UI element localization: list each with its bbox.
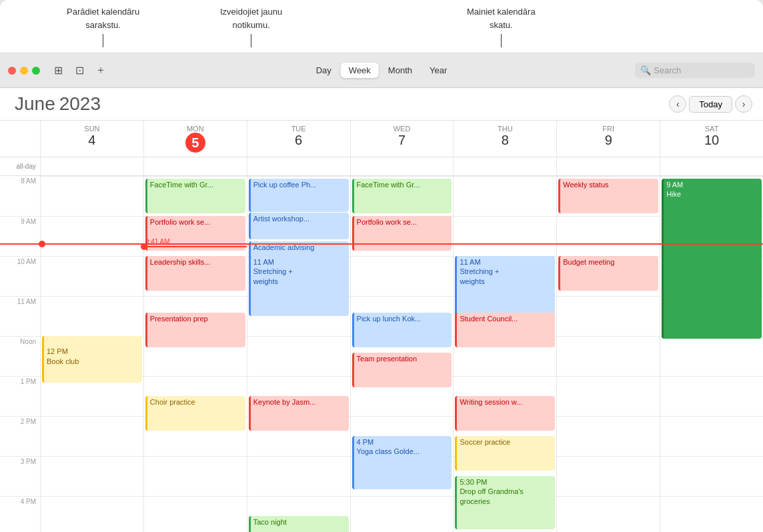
event-presentation-prep[interactable]: Presentation prep bbox=[145, 313, 245, 347]
event-stretching-thu[interactable]: 11 AM Stretching + weights bbox=[455, 256, 555, 316]
month-title: June2023 bbox=[11, 93, 101, 115]
prev-button[interactable]: ‹ bbox=[669, 95, 686, 113]
event-weekly-status[interactable]: Weekly status bbox=[558, 179, 658, 213]
time-column: 8 AM 9 AM 10 AM 11 AM Noon 1 PM 2 PM 3 P… bbox=[0, 176, 40, 532]
time-noon: Noon bbox=[0, 336, 40, 376]
allday-fri bbox=[556, 157, 660, 175]
inbox-icon[interactable]: ⊡ bbox=[72, 63, 87, 78]
calendar-header: June2023 ‹ Today › bbox=[0, 88, 763, 121]
time-9am: 9 AM bbox=[0, 216, 40, 256]
search-placeholder: Search bbox=[654, 65, 681, 75]
event-budget-meeting[interactable]: Budget meeting bbox=[558, 256, 658, 291]
day-header-tue: Tue 6 bbox=[247, 121, 350, 157]
event-pickup-coffee[interactable]: Pick up coffee Ph... bbox=[249, 179, 349, 212]
event-portfolio-wed[interactable]: Portfolio work se... bbox=[352, 216, 452, 251]
calendar-list-icon[interactable]: ⊞ bbox=[51, 63, 65, 78]
day-header-sat: Sat 10 bbox=[660, 121, 763, 157]
toolbar-left: ⊞ ⊡ ＋ bbox=[51, 63, 108, 78]
event-stretching-tue[interactable]: 11 AM Stretching + weights bbox=[249, 256, 349, 316]
allday-mon bbox=[143, 157, 247, 175]
time-8am: 8 AM bbox=[0, 176, 40, 216]
event-artist-workshop[interactable]: Artist workshop... bbox=[249, 213, 349, 239]
tooltip-2-text: Izveidojiet jaunu notikumu. bbox=[220, 5, 282, 31]
event-drop-off[interactable]: 5:30 PM Drop off Grandma's groceries bbox=[455, 476, 555, 529]
toolbar-right: 🔍 Search bbox=[635, 63, 755, 78]
tooltip-3-text: Mainiet kalendāra skatu. bbox=[467, 5, 536, 31]
year: 2023 bbox=[59, 93, 101, 115]
minimize-button[interactable] bbox=[20, 67, 28, 75]
allday-thu bbox=[453, 157, 556, 175]
day-header-fri: Fri 9 bbox=[556, 121, 660, 157]
next-button[interactable]: › bbox=[735, 95, 752, 113]
day-col-tue: Pick up coffee Ph... Artist workshop... … bbox=[247, 176, 350, 532]
view-week-button[interactable]: Week bbox=[341, 63, 379, 78]
tooltip-3: Mainiet kalendāra skatu. bbox=[467, 5, 536, 47]
day-header-thu: Thu 8 bbox=[453, 121, 556, 157]
allday-label: all-day bbox=[0, 157, 40, 175]
time-3pm: 3 PM bbox=[0, 456, 40, 496]
allday-wed bbox=[350, 157, 454, 175]
day-header-mon: Mon 5 bbox=[143, 121, 247, 157]
day-col-mon: 9:41 AM FaceTime with Gr... Portfolio wo… bbox=[143, 176, 247, 532]
add-event-icon[interactable]: ＋ bbox=[93, 63, 108, 78]
search-box[interactable]: 🔍 Search bbox=[635, 63, 755, 78]
fullscreen-button[interactable] bbox=[32, 67, 40, 75]
traffic-lights bbox=[8, 67, 40, 75]
event-yoga[interactable]: 4 PM Yoga class Golde... bbox=[352, 436, 452, 489]
event-book-club[interactable]: 12 PM Book club bbox=[42, 336, 142, 383]
allday-row: all-day bbox=[0, 157, 763, 176]
calendar-grid: 8 AM 9 AM 10 AM 11 AM Noon 1 PM 2 PM 3 P… bbox=[0, 176, 763, 532]
view-day-button[interactable]: Day bbox=[308, 63, 339, 78]
day-col-thu: 11 AM Stretching + weights Student Counc… bbox=[453, 176, 556, 532]
event-facetime-mon[interactable]: FaceTime with Gr... bbox=[145, 179, 245, 213]
event-choir[interactable]: Choir practice bbox=[145, 396, 245, 431]
allday-tue bbox=[247, 157, 350, 175]
time-2pm: 2 PM bbox=[0, 416, 40, 456]
event-writing-session[interactable]: Writing session w... bbox=[455, 396, 555, 431]
event-facetime-wed[interactable]: FaceTime with Gr... bbox=[352, 179, 452, 213]
day-header-wed: Wed 7 bbox=[350, 121, 454, 157]
close-button[interactable] bbox=[8, 67, 16, 75]
tooltip-1: Parādiet kalendāru sarakstu. bbox=[67, 5, 139, 47]
event-keynote[interactable]: Keynote by Jasm... bbox=[249, 396, 349, 431]
day-col-fri: Weekly status Budget meeting bbox=[556, 176, 660, 532]
navigation-controls: ‹ Today › bbox=[669, 95, 752, 113]
view-switcher: Day Week Month Year bbox=[308, 63, 456, 78]
day-col-sun: 12 PM Book club bbox=[40, 176, 143, 532]
tooltip-area: Parādiet kalendāru sarakstu. Izveidojiet… bbox=[0, 0, 763, 53]
month-name: June bbox=[15, 93, 55, 115]
event-leadership[interactable]: Leadership skills... bbox=[145, 256, 245, 291]
search-icon: 🔍 bbox=[640, 65, 651, 75]
time-10am: 10 AM bbox=[0, 256, 40, 296]
event-soccer[interactable]: Soccer practice bbox=[455, 436, 555, 471]
titlebar: ⊞ ⊡ ＋ Day Week Month Year 🔍 Search bbox=[0, 53, 763, 88]
view-year-button[interactable]: Year bbox=[422, 63, 455, 78]
calendar-window: Parādiet kalendāru sarakstu. Izveidojiet… bbox=[0, 0, 763, 532]
tooltip-1-text: Parādiet kalendāru sarakstu. bbox=[67, 5, 139, 31]
view-month-button[interactable]: Month bbox=[380, 63, 420, 78]
allday-sun bbox=[40, 157, 143, 175]
event-pickup-lunch[interactable]: Pick up lunch Kok... bbox=[352, 313, 452, 347]
day-headers: Sun 4 Mon 5 Tue 6 Wed 7 Thu 8 Fri 9 Sat … bbox=[0, 121, 763, 157]
event-student-council[interactable]: Student Council... bbox=[455, 313, 555, 347]
event-taco-night[interactable]: Taco night bbox=[249, 516, 349, 532]
allday-sat bbox=[660, 157, 763, 175]
day-header-sun: Sun 4 bbox=[40, 121, 143, 157]
event-hike[interactable]: 9 AM Hike bbox=[662, 179, 762, 339]
day-col-wed: FaceTime with Gr... Portfolio work se...… bbox=[350, 176, 454, 532]
event-team-presentation[interactable]: Team presentation bbox=[352, 353, 452, 387]
time-4pm: 4 PM bbox=[0, 496, 40, 532]
time-11am: 11 AM bbox=[0, 296, 40, 336]
event-portfolio-mon[interactable]: Portfolio work se... bbox=[145, 216, 245, 251]
today-button[interactable]: Today bbox=[689, 96, 732, 113]
tooltip-2: Izveidojiet jaunu notikumu. bbox=[220, 5, 282, 47]
time-1pm: 1 PM bbox=[0, 376, 40, 416]
corner-cell bbox=[0, 121, 40, 157]
day-col-sat: 9 AM Hike bbox=[660, 176, 763, 532]
